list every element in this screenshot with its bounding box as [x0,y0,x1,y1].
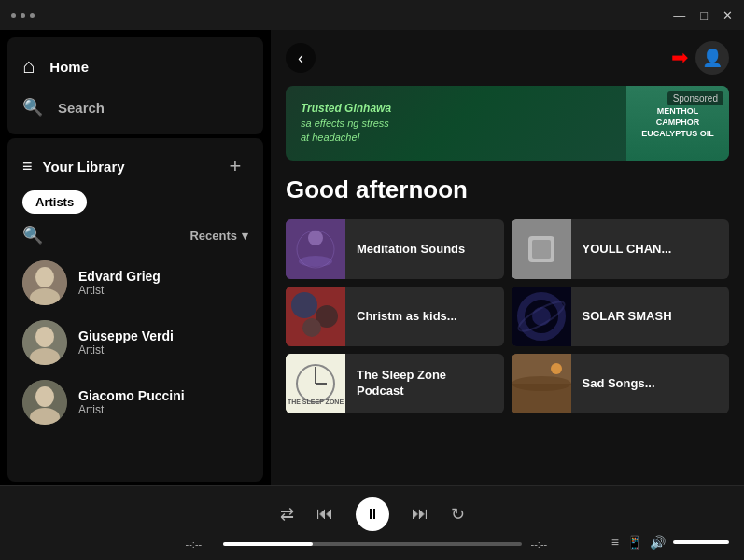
sidebar: ⌂ Home 🔍 Search ≡ Your Library + Artists [0,30,271,485]
library-icon: ≡ [22,157,32,176]
content-header: ‹ ➡ 👤 [271,30,744,86]
svg-rect-15 [532,240,551,259]
player-side-controls: ≡ 📱 🔊 [611,535,729,550]
avatar [22,380,67,425]
grid-card-label-sad: Sad Songs... [571,376,667,392]
list-item[interactable]: Giuseppe Verdi Artist [15,313,256,372]
svg-point-11 [299,256,332,267]
grid-card-youll[interactable]: YOULL CHAN... [512,219,730,279]
artist-info: Giacomo Puccini Artist [78,388,185,416]
profile-icon: 👤 [702,48,723,68]
devices-button[interactable]: 📱 [626,535,642,550]
svg-point-7 [35,386,54,407]
artist-name: Edvard Grieg [78,269,161,284]
recents-chevron-icon: ▾ [242,229,248,243]
search-icon: 🔍 [22,97,43,118]
queue-icon: ≡ [611,535,619,550]
grid-card-meditation[interactable]: Meditation Sounds [286,219,504,279]
filter-chips: Artists [7,187,263,221]
bottom-player: ⇄ ⏮ ⏸ ⏭ ↻ --:-- --:-- ≡ [0,485,744,560]
sidebar-search-label: Search [58,100,105,116]
grid-card-sad[interactable]: Sad Songs... [512,354,730,413]
ad-text-1: Trusted Ginhawa [301,101,611,117]
title-bar: — □ ✕ [0,0,744,30]
progress-track[interactable] [223,542,522,546]
grid-card-thumb-christmas [286,287,345,346]
volume-button[interactable]: 🔊 [650,535,666,550]
grid-card-solar[interactable]: SOLAR SMASH [512,287,730,346]
svg-point-10 [308,231,323,245]
recents-button[interactable]: Recents ▾ [190,229,248,243]
queue-button[interactable]: ≡ [611,535,619,550]
shuffle-icon: ⇄ [280,504,294,525]
library-section: ≡ Your Library + Artists 🔍 Recents ▾ [7,138,263,482]
grid-card-label-meditation: Meditation Sounds [345,242,476,258]
grid-card-thumb-youll [512,219,571,279]
ad-text-area: Trusted Ginhawa sa effects ng stress at … [286,91,626,155]
window-controls: — □ ✕ [673,9,733,21]
artist-name: Giuseppe Verdi [78,329,174,343]
play-pause-button[interactable]: ⏸ [356,497,389,531]
minimize-button[interactable]: — [673,9,685,21]
filter-artists-chip[interactable]: Artists [22,190,87,214]
maximize-button[interactable]: □ [700,9,708,21]
main-layout: ⌂ Home 🔍 Search ≡ Your Library + Artists [0,30,744,485]
ad-text-2: sa effects ng stress [301,117,611,131]
play-pause-icon: ⏸ [365,506,380,523]
dot-3 [30,13,35,18]
library-title[interactable]: ≡ Your Library [22,157,125,176]
dot-2 [21,13,25,18]
svg-point-31 [512,376,571,391]
grid-card-label-christmas: Christm as kids... [345,309,469,325]
artist-type: Artist [78,284,161,297]
title-bar-dots [11,13,35,18]
add-library-button[interactable]: + [222,153,248,179]
grid-card-sleep[interactable]: THE SLEEP ZONE The Sleep Zone Podcast [286,354,504,413]
volume-track[interactable] [673,540,729,544]
artist-info: Edvard Grieg Artist [78,269,161,297]
svg-point-1 [35,267,54,287]
list-item[interactable]: Giacomo Puccini Artist [15,372,256,432]
grid-card-thumb-sleep: THE SLEEP ZONE [286,354,345,413]
arrow-indicator-icon: ➡ [671,46,688,70]
artist-info: Giuseppe Verdi Artist [78,329,174,357]
artist-type: Artist [78,403,185,416]
recents-label: Recents [190,229,237,243]
sponsored-label: Sponsored [667,91,723,105]
avatar [22,320,67,365]
sidebar-item-search[interactable]: 🔍 Search [7,88,263,127]
grid-card-label-youll: YOULL CHAN... [571,242,683,258]
next-button[interactable]: ⏭ [412,504,428,524]
profile-button[interactable]: 👤 [695,41,729,75]
list-item[interactable]: Edvard Grieg Artist [15,253,256,313]
shuffle-button[interactable]: ⇄ [280,504,294,525]
greeting-text: Good afternoon [271,168,744,219]
ad-product-name: MENTHOLCAMPHOREUCALYPTUS OIL [641,106,714,139]
artist-list: Edvard Grieg Artist Giuseppe Verdi [7,253,263,474]
grid-card-thumb-solar [512,287,571,346]
repeat-button[interactable]: ↻ [451,504,465,525]
content-grid: Meditation Sounds YOULL CHAN... [271,219,744,413]
grid-card-label-solar: SOLAR SMASH [571,309,683,325]
devices-icon: 📱 [626,535,642,550]
dot-1 [11,13,16,18]
header-right: ➡ 👤 [671,41,729,75]
svg-rect-9 [286,219,345,279]
grid-card-thumb-sad [512,354,571,413]
time-right: --:-- [531,539,559,550]
library-search-icon[interactable]: 🔍 [22,225,43,245]
close-button[interactable]: ✕ [723,9,733,21]
library-header: ≡ Your Library + [7,146,263,187]
sidebar-item-home[interactable]: ⌂ Home [7,45,263,88]
artist-name: Giacomo Puccini [78,388,185,403]
back-button[interactable]: ‹ [286,43,316,73]
prev-button[interactable]: ⏮ [316,504,333,524]
library-label: Your Library [43,159,125,175]
ad-banner[interactable]: Trusted Ginhawa sa effects ng stress at … [286,86,729,161]
artist-type: Artist [78,343,174,357]
svg-point-4 [35,327,54,347]
time-left: --:-- [186,539,214,550]
grid-card-christmas[interactable]: Christm as kids... [286,287,504,346]
volume-icon: 🔊 [650,535,666,550]
library-search-row: 🔍 Recents ▾ [7,221,263,253]
